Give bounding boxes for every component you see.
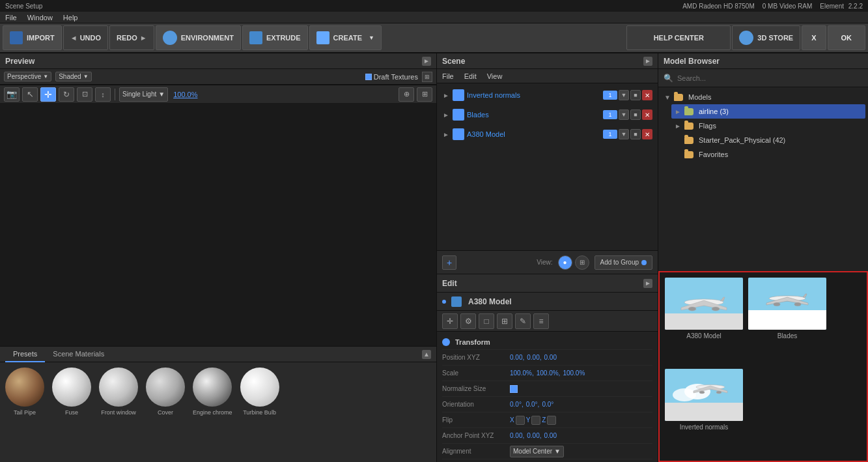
scene-item-hide-a380[interactable]: ■ bbox=[630, 129, 641, 139]
alignment-combo[interactable]: Model Center ▼ bbox=[510, 446, 564, 457]
light-dropdown[interactable]: Single Light ▼ bbox=[119, 87, 168, 102]
transform-settings-button[interactable]: ≡ bbox=[533, 313, 549, 329]
environment-button[interactable]: ENVIRONMENT bbox=[156, 25, 241, 50]
environment-icon bbox=[163, 31, 177, 45]
tree-expand-models[interactable]: ▼ bbox=[664, 93, 671, 101]
scene-menu-view[interactable]: View bbox=[487, 72, 503, 80]
material-item-turbinebulb[interactable]: Turbine Bulb bbox=[240, 368, 279, 416]
scene-item-blades[interactable]: ► Blades 1 ▼ ■ ✕ bbox=[440, 106, 655, 124]
extrude-button[interactable]: EXTRUDE bbox=[242, 25, 308, 50]
material-item-cover[interactable]: Cover bbox=[146, 368, 185, 416]
scene-item-remove-invertednormals[interactable]: ✕ bbox=[642, 90, 652, 100]
flip-y-btn[interactable] bbox=[531, 416, 540, 425]
flip-x-btn[interactable] bbox=[516, 416, 525, 425]
presets-panel: Presets Scene Materials ▲ Tail Pipe Fuse bbox=[0, 346, 436, 462]
camera-button[interactable]: 📷 bbox=[4, 87, 20, 102]
help-center-button[interactable]: HELP CENTER bbox=[626, 25, 731, 50]
scene-item-remove-blades[interactable]: ✕ bbox=[642, 109, 652, 120]
scene-materials-tab[interactable]: Scene Materials bbox=[45, 347, 112, 362]
transform-gear-button[interactable]: ⚙ bbox=[460, 313, 476, 329]
scene-add-button[interactable]: + bbox=[442, 255, 456, 270]
transform-scale-y[interactable]: 100.0%, bbox=[537, 369, 561, 377]
thumbnail-invertednormals[interactable]: Inverted normals bbox=[665, 369, 743, 455]
undo-button[interactable]: ◄ UNDO bbox=[63, 25, 108, 50]
menu-file[interactable]: File bbox=[5, 14, 17, 22]
scene-menu-edit[interactable]: Edit bbox=[464, 72, 477, 80]
scene-item-hide-blades[interactable]: ■ bbox=[630, 109, 641, 120]
scene-item-down-blades[interactable]: ▼ bbox=[619, 109, 629, 120]
scene-item-invertednormals[interactable]: ► Inverted normals 1 ▼ ■ ✕ bbox=[440, 86, 655, 104]
shaded-dropdown[interactable]: Shaded ▼ bbox=[55, 72, 91, 81]
scene-item-hide-invertednormals[interactable]: ■ bbox=[630, 90, 641, 100]
scene-item-remove-a380[interactable]: ✕ bbox=[642, 129, 652, 139]
transform-orientation-z[interactable]: 0.0° bbox=[542, 401, 553, 408]
preview-collapse-button[interactable]: ► bbox=[422, 57, 431, 66]
thumbnail-a380model[interactable]: A380 Model bbox=[665, 278, 743, 364]
scene-item-down-a380[interactable]: ▼ bbox=[619, 129, 629, 139]
zoom-level[interactable]: 100.0% bbox=[173, 91, 197, 98]
material-item-frontwindow[interactable]: Front window bbox=[99, 368, 138, 416]
transform-anchor-z[interactable]: 0.00 bbox=[544, 432, 557, 439]
x-button[interactable]: X bbox=[802, 25, 826, 50]
transform2-button[interactable]: ↕ bbox=[95, 87, 111, 102]
ok-button[interactable]: OK bbox=[828, 25, 866, 50]
model-type-icon bbox=[451, 296, 462, 307]
material-item-enginechrome[interactable]: Engine chrome bbox=[193, 368, 232, 416]
flip-z-label: Z bbox=[542, 416, 546, 424]
transform-group-button[interactable]: ⊞ bbox=[497, 313, 512, 329]
scene-item-down-invertednormals[interactable]: ▼ bbox=[619, 90, 629, 100]
transform-scale-x[interactable]: 100.0%, bbox=[510, 369, 534, 377]
scene-item-expand-blades[interactable]: ► bbox=[442, 111, 450, 119]
flip-z-btn[interactable] bbox=[547, 416, 556, 425]
transform-orientation-y[interactable]: 0.0°, bbox=[526, 401, 540, 408]
scene-view-circle-button[interactable]: ● bbox=[558, 255, 572, 270]
transform-anchor-x[interactable]: 0.00, bbox=[510, 432, 524, 439]
layout-button[interactable]: ⊞ bbox=[417, 87, 432, 102]
tree-item-favorites[interactable]: Favorites bbox=[671, 147, 865, 162]
redo-button[interactable]: REDO ► bbox=[109, 25, 154, 50]
scene-item-expand-invertednormals[interactable]: ► bbox=[442, 91, 450, 99]
draft-textures-checkbox[interactable] bbox=[365, 74, 372, 80]
tree-item-starter[interactable]: Starter_Pack_Physical (42) bbox=[671, 133, 865, 147]
perspective-dropdown[interactable]: Perspective ▼ bbox=[4, 72, 51, 81]
transform-box-button[interactable]: □ bbox=[479, 313, 494, 329]
transform-position-x[interactable]: 0.00, bbox=[510, 354, 524, 361]
scale-button[interactable]: ⊡ bbox=[77, 87, 92, 102]
transform-edit-button[interactable]: ✎ bbox=[515, 313, 531, 329]
create-button[interactable]: CREATE ▼ bbox=[309, 25, 382, 50]
transform-position-z[interactable]: 0.00 bbox=[544, 354, 557, 361]
scene-menu-file[interactable]: File bbox=[442, 72, 454, 80]
transform-position-y[interactable]: 0.00, bbox=[527, 354, 541, 361]
select-button[interactable]: ↖ bbox=[22, 87, 38, 102]
transform-orientation-x[interactable]: 0.0°, bbox=[510, 401, 524, 408]
normalize-checkbox[interactable] bbox=[510, 385, 518, 393]
material-item-fuse[interactable]: Fuse bbox=[52, 368, 91, 416]
menu-window[interactable]: Window bbox=[27, 14, 53, 22]
scene-item-a380model[interactable]: ► A380 Model 1 ▼ ■ ✕ bbox=[440, 125, 655, 143]
rotate-button[interactable]: ↻ bbox=[59, 87, 74, 102]
viewport-maximize-button[interactable]: ⊞ bbox=[422, 72, 432, 82]
transform-scale-z[interactable]: 100.0% bbox=[563, 369, 585, 377]
scene-collapse-button[interactable]: ► bbox=[643, 57, 652, 66]
tree-item-models[interactable]: ▼ Models bbox=[661, 90, 865, 104]
transform-move-button[interactable]: ✛ bbox=[442, 313, 458, 329]
transform-anchor-y[interactable]: 0.00, bbox=[527, 432, 541, 439]
move-button[interactable]: ✛ bbox=[40, 87, 56, 102]
scene-view-expand-button[interactable]: ⊞ bbox=[575, 255, 589, 270]
presets-collapse-button[interactable]: ▲ bbox=[422, 350, 431, 359]
tree-expand-flags[interactable]: ► bbox=[674, 122, 682, 130]
scene-item-expand-a380[interactable]: ► bbox=[442, 130, 450, 138]
menu-help[interactable]: Help bbox=[63, 14, 78, 22]
import-button[interactable]: IMPORT bbox=[3, 25, 62, 50]
thumbnail-blades[interactable]: Blades bbox=[748, 278, 826, 364]
tree-expand-airline[interactable]: ► bbox=[674, 108, 682, 115]
search-input[interactable] bbox=[677, 74, 863, 82]
tree-item-airline[interactable]: ► airline (3) bbox=[671, 104, 865, 119]
3dstore-button[interactable]: 3D STORE bbox=[732, 25, 800, 50]
tree-item-flags[interactable]: ► Flags bbox=[671, 119, 865, 133]
crosshair-button[interactable]: ⊕ bbox=[399, 87, 414, 102]
presets-tab[interactable]: Presets bbox=[5, 347, 45, 362]
add-to-group-button[interactable]: Add to Group bbox=[595, 255, 652, 270]
edit-collapse-button[interactable]: ► bbox=[643, 279, 652, 288]
material-item-tailpipe[interactable]: Tail Pipe bbox=[5, 368, 44, 416]
